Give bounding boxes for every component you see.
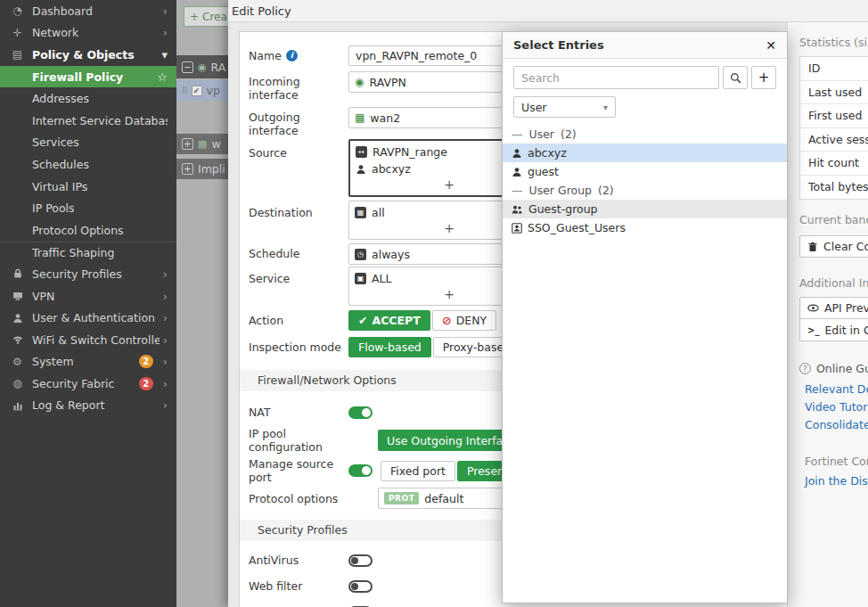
sidebar-item-network[interactable]: ✛ Network › — [0, 22, 176, 45]
action-label: Action — [249, 310, 348, 327]
outgoing-interface-label: Outgoing interface — [249, 107, 348, 137]
source-entry-label: abcxyz — [372, 162, 411, 176]
sidebar-item-system[interactable]: ⚙ System 2 › — [0, 351, 176, 373]
video-tutorials-label: Video Tutorials — [805, 400, 868, 414]
sidebar-item-firewall-policy[interactable]: Firewall Policy ☆ — [0, 66, 176, 88]
web-filter-label-text: Web filter — [249, 579, 302, 593]
user-icon — [11, 313, 24, 324]
sidebar-item-internet-service-database[interactable]: Internet Service Database — [0, 110, 176, 132]
additional-info-title: Additional Information — [799, 276, 868, 290]
sidebar-item-label: Security Profiles — [32, 267, 160, 281]
sidebar-item-ip-pools[interactable]: IP Pools — [0, 197, 176, 219]
deny-button[interactable]: ⊘ DENY — [432, 310, 496, 331]
inspection-mode-label: Inspection mode — [249, 337, 348, 354]
question-icon: ? — [799, 363, 811, 374]
entry-sso-guest-users[interactable]: SSO_Guest_Users — [503, 218, 787, 237]
page-title: Edit Policy — [232, 4, 291, 18]
expand-icon[interactable]: + — [182, 163, 193, 175]
sidebar-item-log-report[interactable]: Log & Report › — [0, 395, 176, 417]
manage-port-label-text: Manage source port — [249, 457, 348, 484]
expand-icon[interactable]: + — [182, 138, 193, 150]
sidebar-item-services[interactable]: Services — [0, 132, 176, 154]
search-input[interactable] — [513, 66, 719, 89]
sidebar-item-label: System — [32, 355, 139, 368]
user-group-icon — [512, 204, 523, 215]
web-filter-toggle[interactable] — [348, 580, 373, 593]
protocol-options-value: default — [424, 492, 463, 505]
entry-type-value: User — [521, 101, 547, 114]
edit-in-cli-button[interactable]: >_ Edit in CLI — [799, 319, 868, 341]
sidebar-item-policy-objects[interactable]: ▤ Policy & Objects ▾ — [0, 44, 176, 66]
search-button[interactable] — [723, 66, 748, 89]
relevant-documentation-link[interactable]: Relevant Documentation — [799, 382, 868, 396]
deny-label: DENY — [456, 314, 487, 327]
sidebar-item-schedules[interactable]: Schedules — [0, 153, 176, 176]
fixed-port-button[interactable]: Fixed port — [381, 461, 455, 481]
usergroup-group-header[interactable]: — User Group (2) — [503, 181, 787, 200]
manage-source-port-toggle[interactable] — [348, 464, 373, 477]
collapse-icon[interactable]: − — [182, 62, 193, 73]
terminal-icon: >_ — [807, 325, 819, 335]
entry-type-select[interactable]: User ▾ — [513, 96, 616, 118]
add-entry-button[interactable]: + — [751, 66, 776, 89]
outgoing-label-text: Outgoing interface — [249, 111, 348, 137]
sidebar-item-traffic-shaping[interactable]: Traffic Shaping — [0, 242, 176, 264]
sidebar-item-security-fabric[interactable]: ◍ Security Fabric 2 › — [0, 373, 176, 395]
edit-in-cli-label: Edit in CLI — [824, 324, 868, 337]
info-icon[interactable]: i — [286, 50, 298, 62]
entry-abcxyz[interactable]: abcxyz — [503, 144, 787, 162]
group-count: (2) — [598, 184, 614, 197]
stat-row-active-sessions: Active sessions — [800, 128, 868, 152]
incoming-interface-value: RAVPN — [369, 76, 405, 89]
wan-group-label: w — [211, 137, 220, 151]
ip-pool-label-text: IP pool configuration — [249, 427, 348, 454]
statistics-title: Statistics (since session start) — [799, 36, 868, 49]
sidebar-nav: ◔ Dashboard › ✛ Network › ▤ Policy & Obj… — [0, 0, 176, 607]
collapse-dash-icon: — — [512, 184, 523, 197]
accept-button[interactable]: ✔ ACCEPT — [348, 310, 430, 331]
relevant-documentation-label: Relevant Documentation — [805, 382, 868, 396]
favorite-star-icon[interactable]: ☆ — [157, 70, 168, 84]
sidebar-item-wifi-switch[interactable]: WiFi & Switch Controller › — [0, 329, 176, 351]
sidebar-item-protocol-options[interactable]: Protocol Options — [0, 219, 176, 242]
sidebar-item-security-profiles[interactable]: Security Profiles › — [0, 263, 176, 285]
policy-row-label: vp — [207, 84, 220, 97]
group-header-label: User — [529, 127, 555, 141]
create-new-button[interactable]: + Crea — [184, 6, 232, 27]
sidebar-item-vpn[interactable]: VPN › — [0, 285, 176, 308]
sidebar-item-addresses[interactable]: Addresses — [0, 87, 176, 110]
source-label: Source — [249, 139, 348, 160]
chevron-right-icon: › — [163, 398, 168, 412]
join-discussion-link[interactable]: Join the Discussion — [799, 474, 868, 488]
flow-based-button[interactable]: Flow-based — [348, 337, 431, 357]
consolidated-troubleshooting-link[interactable]: Consolidated Troubleshooting — [799, 418, 868, 431]
nat-toggle[interactable] — [348, 406, 373, 419]
antivirus-label: AntiVirus — [249, 554, 348, 567]
row-checkbox[interactable]: ✔ — [192, 86, 202, 96]
schedule-value: always — [372, 248, 410, 261]
close-icon[interactable]: ✕ — [766, 38, 776, 53]
entry-guest[interactable]: guest — [503, 162, 787, 181]
sidebar-item-user-authentication[interactable]: User & Authentication › — [0, 307, 176, 329]
antivirus-toggle[interactable] — [348, 554, 373, 567]
api-preview-button[interactable]: API Preview — [799, 297, 868, 319]
service-icon: ▣ — [355, 273, 366, 284]
sidebar-item-virtual-ips[interactable]: Virtual IPs — [0, 176, 176, 198]
action-label-text: Action — [249, 314, 283, 327]
group-header-label: User Group — [529, 184, 593, 197]
entry-guest-group[interactable]: Guest-group — [503, 200, 787, 218]
service-label: Service — [249, 267, 348, 285]
user-icon — [356, 164, 366, 175]
user-icon — [512, 167, 522, 177]
drag-handle-icon[interactable]: ⠿ — [182, 86, 187, 95]
source-label-text: Source — [249, 146, 287, 160]
wan-port-icon: ▦ — [355, 112, 364, 124]
sidebar-item-dashboard[interactable]: ◔ Dashboard › — [0, 0, 176, 22]
user-group-header[interactable]: — User (2) — [503, 125, 787, 144]
video-tutorials-link[interactable]: Video Tutorials — [799, 400, 868, 414]
fsso-group-icon — [512, 223, 522, 234]
schedule-label-text: Schedule — [249, 247, 299, 260]
plus-icon: + — [190, 11, 199, 23]
protocol-label-text: Protocol options — [249, 492, 338, 505]
clear-counters-button[interactable]: Clear Counters — [799, 235, 868, 258]
